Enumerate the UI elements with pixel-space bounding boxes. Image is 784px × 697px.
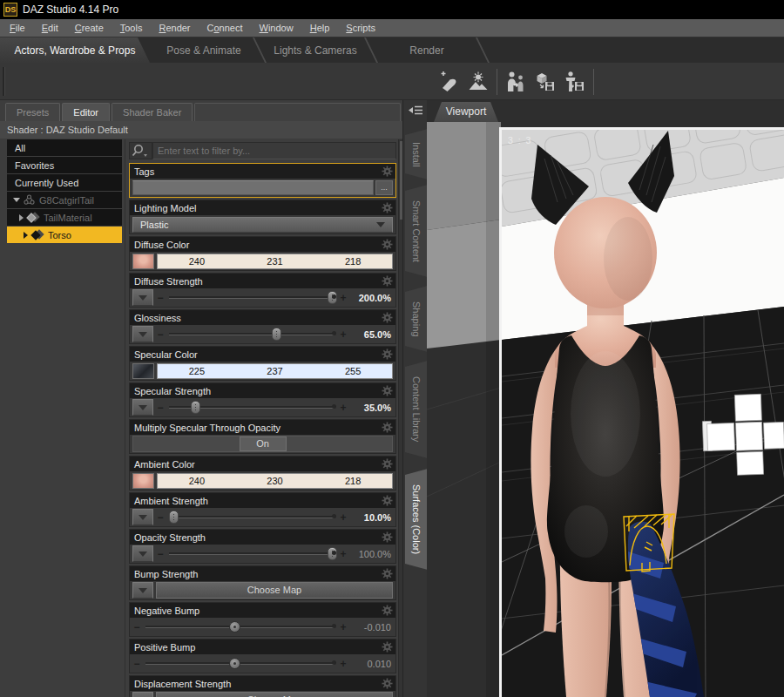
tab-lights-cameras[interactable]: Lights & Cameras	[261, 37, 369, 63]
choose-map-button[interactable]: Choose Map	[156, 582, 393, 599]
tab-shader-baker[interactable]: Shader Baker	[112, 103, 193, 121]
tab-render[interactable]: Render	[373, 37, 481, 63]
increment-button[interactable]	[339, 292, 348, 304]
decrement-button[interactable]	[156, 328, 165, 341]
collapsed-caret-icon[interactable]	[19, 214, 24, 221]
map-menu-button[interactable]	[132, 509, 153, 525]
slider-track[interactable]	[167, 545, 336, 562]
slider-track[interactable]	[167, 326, 336, 342]
texture-map-thumbnail[interactable]	[132, 254, 154, 269]
menu-window[interactable]: Window	[255, 21, 298, 35]
pane-menu-icon[interactable]	[408, 104, 423, 117]
map-menu-button[interactable]	[132, 582, 153, 599]
property-value[interactable]: 200.0%	[348, 293, 393, 303]
filter-item-favorites[interactable]: Favorites	[7, 157, 122, 173]
create-environment-button[interactable]	[463, 67, 493, 97]
expand-caret-icon[interactable]	[13, 198, 20, 202]
menu-scripts[interactable]: Scripts	[341, 21, 380, 35]
increment-button[interactable]	[339, 402, 348, 414]
tab-editor[interactable]: Editor	[62, 103, 110, 121]
side-tab-content-library[interactable]: Content Library	[405, 361, 428, 458]
property-value[interactable]: -0.010	[348, 622, 393, 633]
gear-icon[interactable]	[382, 348, 393, 360]
gear-icon[interactable]	[382, 458, 393, 470]
color-swatch[interactable]: 240 230 218	[157, 473, 393, 489]
tags-input[interactable]	[132, 180, 374, 195]
tab-pose-animate[interactable]: Pose & Animate	[150, 37, 258, 63]
property-value[interactable]: 65.0%	[348, 329, 393, 340]
slider-handle[interactable]	[229, 621, 240, 633]
slider-handle[interactable]	[328, 547, 337, 560]
tab-presets[interactable]: Presets	[5, 103, 60, 121]
decrement-button[interactable]	[132, 658, 141, 670]
gear-icon[interactable]	[382, 239, 393, 250]
property-value[interactable]: 35.0%	[348, 403, 393, 413]
decrement-button[interactable]	[132, 621, 141, 633]
tree-item-torso[interactable]: Torso	[7, 227, 122, 243]
side-tab-install[interactable]: Install	[405, 129, 428, 179]
gear-icon[interactable]	[382, 495, 393, 506]
menu-help[interactable]: Help	[306, 21, 335, 35]
menu-render[interactable]: Render	[154, 21, 194, 35]
gear-icon[interactable]	[382, 312, 393, 323]
map-menu-button[interactable]	[132, 545, 153, 562]
slider-track[interactable]	[167, 289, 336, 306]
slider-handle[interactable]	[191, 401, 200, 414]
create-spotlight-button[interactable]	[434, 67, 463, 97]
gear-icon[interactable]	[382, 605, 393, 616]
figure-pair-button[interactable]	[501, 67, 531, 97]
map-menu-button[interactable]	[132, 289, 153, 306]
increment-button[interactable]	[339, 548, 348, 560]
save-figure-preset-button[interactable]	[560, 67, 590, 97]
texture-map-thumbnail[interactable]	[132, 363, 154, 379]
decrement-button[interactable]	[156, 511, 165, 524]
decrement-button[interactable]	[156, 402, 165, 414]
tree-item-figure[interactable]: G8CatgirlTail	[7, 192, 122, 208]
choose-map-button[interactable]: Choose Map	[156, 692, 393, 697]
menu-create[interactable]: Create	[71, 21, 108, 35]
map-menu-button[interactable]	[132, 399, 153, 416]
slider-handle[interactable]	[328, 291, 337, 304]
tags-browse-button[interactable]: ...	[375, 180, 393, 195]
side-tab-shaping[interactable]: Shaping	[405, 286, 428, 352]
color-swatch[interactable]: 240 231 218	[157, 254, 393, 269]
menu-edit[interactable]: Edit	[37, 21, 63, 35]
slider-handle[interactable]	[169, 511, 179, 524]
gear-icon[interactable]	[382, 641, 393, 653]
increment-button[interactable]	[339, 621, 348, 633]
increment-button[interactable]	[339, 511, 348, 524]
on-toggle-button[interactable]: On	[240, 436, 287, 451]
lighting-model-dropdown[interactable]: Plastic	[132, 217, 393, 233]
collapsed-caret-icon[interactable]	[24, 232, 28, 239]
panel-splitter[interactable]	[122, 139, 129, 697]
slider-handle[interactable]	[272, 328, 281, 341]
tree-item-tailmaterial[interactable]: TailMaterial	[7, 209, 122, 226]
search-options-button[interactable]	[129, 142, 152, 159]
filter-input[interactable]	[152, 142, 396, 159]
map-menu-button[interactable]	[132, 326, 153, 342]
slider-track[interactable]	[144, 655, 336, 672]
viewport-3d-scene[interactable]: 3 : 3	[427, 122, 784, 697]
filter-item-all[interactable]: All	[7, 139, 122, 156]
decrement-button[interactable]	[156, 292, 165, 304]
side-tab-smart-content[interactable]: Smart Content	[405, 185, 428, 277]
slider-track[interactable]	[144, 619, 336, 635]
gear-icon[interactable]	[382, 568, 393, 579]
color-swatch[interactable]: 225 237 255	[157, 363, 393, 379]
gear-icon[interactable]	[382, 202, 393, 213]
gear-icon[interactable]	[382, 275, 393, 287]
gear-icon[interactable]	[382, 678, 393, 689]
save-shader-preset-button[interactable]	[531, 67, 560, 97]
side-tab-surfaces-color[interactable]: Surfaces (Color)	[405, 469, 428, 570]
tab-viewport[interactable]: Viewport	[434, 102, 498, 122]
property-value[interactable]: 10.0%	[348, 512, 393, 523]
menu-connect[interactable]: Connect	[203, 21, 247, 35]
filter-item-currently-used[interactable]: Currently Used	[7, 174, 122, 191]
property-value[interactable]: 100.0%	[348, 549, 393, 559]
texture-map-thumbnail[interactable]	[132, 473, 154, 489]
gear-icon[interactable]	[382, 531, 393, 543]
slider-track[interactable]	[167, 509, 336, 525]
gear-icon[interactable]	[382, 422, 393, 433]
slider-handle[interactable]	[229, 658, 240, 669]
menu-file[interactable]: File	[5, 21, 30, 35]
